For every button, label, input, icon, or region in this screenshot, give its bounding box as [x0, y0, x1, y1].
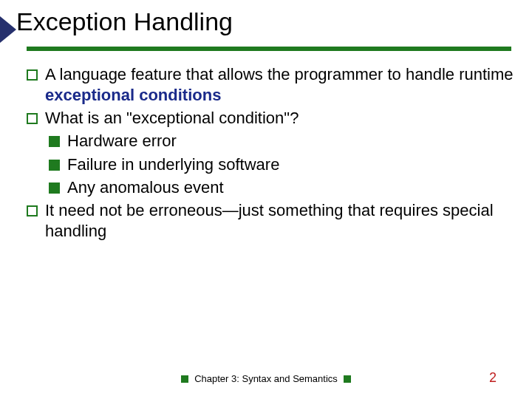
square-bullet-icon — [344, 375, 351, 383]
bullet-level1: A language feature that allows the progr… — [27, 64, 517, 106]
square-bullet-icon — [181, 375, 188, 383]
bullet-text-bold: exceptional conditions — [45, 86, 221, 104]
bullet-text: Hardware error — [67, 131, 517, 151]
slide-title: Exception Handling — [16, 7, 532, 36]
square-bullet-icon — [49, 136, 60, 147]
bullet-level1: It need not be erroneous—just something … — [27, 200, 517, 242]
footer-text: Chapter 3: Syntax and Semantics — [194, 373, 338, 384]
bullet-level1: What is an "exceptional condition"? — [27, 108, 517, 129]
bullet-text: A language feature that allows the progr… — [45, 64, 517, 106]
square-bullet-icon — [27, 205, 38, 216]
slide: Exception Handling A language feature th… — [0, 0, 532, 399]
bullet-text: Failure in underlying software — [67, 154, 517, 175]
square-bullet-icon — [27, 69, 38, 81]
square-bullet-icon — [49, 183, 60, 194]
square-bullet-icon — [49, 160, 60, 171]
title-area: Exception Handling — [0, 0, 532, 36]
bullet-text: It need not be erroneous—just something … — [45, 200, 517, 242]
bullet-text: Any anomalous event — [67, 177, 517, 198]
arrow-icon — [0, 16, 16, 43]
bullet-text-plain: A language feature that allows the progr… — [45, 65, 514, 83]
square-bullet-icon — [27, 113, 38, 124]
bullet-level2: Any anomalous event — [49, 177, 517, 198]
page-number: 2 — [489, 370, 497, 386]
footer: Chapter 3: Syntax and Semantics — [0, 373, 532, 384]
bullet-level2: Failure in underlying software — [49, 154, 517, 175]
content-area: A language feature that allows the progr… — [27, 64, 517, 242]
bullet-level2: Hardware error — [49, 131, 517, 151]
bullet-text: What is an "exceptional condition"? — [45, 108, 517, 129]
divider — [27, 47, 511, 51]
